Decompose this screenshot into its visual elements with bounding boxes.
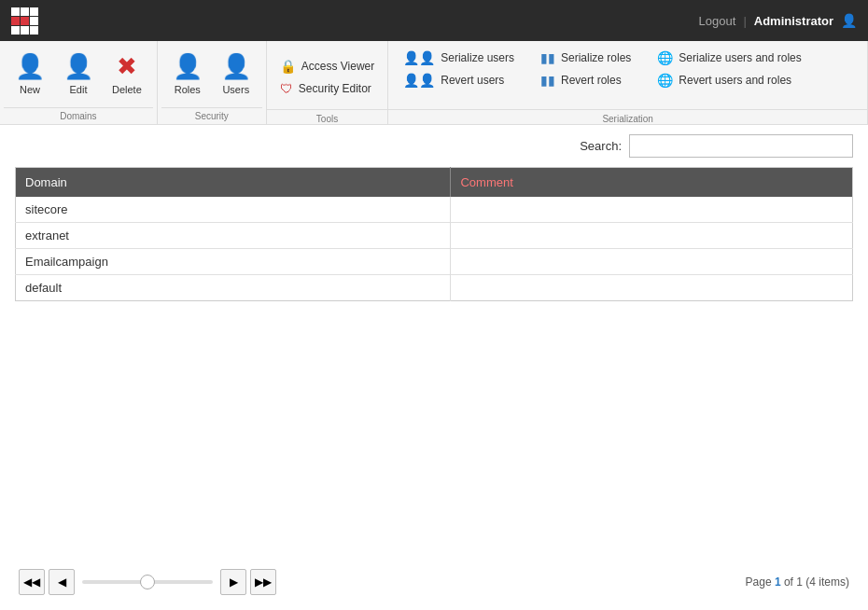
logo-cell	[30, 17, 38, 25]
pager-prev-button[interactable]: ◀	[49, 569, 75, 595]
serialization-group-label: Serialization	[388, 109, 867, 124]
col-comment-header: Comment	[451, 168, 853, 198]
search-input[interactable]	[629, 134, 853, 158]
toolbar-group-security: 👤 Roles 👤 Users Security	[158, 41, 267, 124]
revert-roles-label: Revert roles	[561, 74, 622, 87]
access-viewer-label: Access Viewer	[301, 60, 374, 73]
comment-cell	[451, 249, 853, 275]
table-row[interactable]: default	[16, 275, 853, 301]
toolbar-group-domains-items: 👤 New 👤 Edit ✖ Delete	[4, 41, 153, 107]
domain-cell: extranet	[16, 223, 451, 249]
new-label: New	[20, 84, 40, 95]
delete-icon: ✖	[117, 52, 137, 81]
edit-label: Edit	[70, 84, 88, 95]
toolbar: 👤 New 👤 Edit ✖ Delete Domains 👤 Roles 👤 …	[0, 41, 868, 125]
content-area: Search: Domain Comment sitecoreextranetE…	[0, 125, 868, 610]
pager-info: Page 1 of 1 (4 items)	[746, 575, 849, 589]
top-bar-right: Logout | Administrator 👤	[699, 13, 857, 28]
logout-link[interactable]: Logout	[699, 14, 736, 28]
toolbar-group-tools: 🔒 Access Viewer 🛡 Security Editor Tools	[267, 41, 388, 124]
pager-first-button[interactable]: ◀◀	[19, 569, 45, 595]
logo-cell	[11, 17, 20, 25]
table-row[interactable]: Emailcampaign	[16, 249, 853, 275]
separator: |	[743, 14, 746, 28]
revert-users-roles-button[interactable]: 🌐 Revert users and roles	[653, 71, 805, 90]
domain-cell: default	[16, 275, 451, 301]
pager-slider-thumb	[140, 575, 155, 589]
toolbar-group-serialization: 👤👤 Serialize users 👤👤 Revert users ▮▮ Se…	[388, 41, 868, 124]
edit-button[interactable]: 👤 Edit	[56, 49, 101, 99]
pager-total-pages: 1	[796, 575, 803, 589]
pager-next-button[interactable]: ▶	[220, 569, 246, 595]
security-editor-button[interactable]: 🛡 Security Editor	[276, 79, 378, 98]
pager-controls: ◀◀ ◀ ▶ ▶▶	[19, 569, 276, 595]
roles-button[interactable]: 👤 Roles	[165, 49, 210, 99]
domain-cell: Emailcampaign	[16, 249, 451, 275]
roles-label: Roles	[175, 84, 201, 95]
new-icon: 👤	[15, 52, 45, 81]
logo-cell	[30, 26, 38, 35]
logo-cell	[21, 7, 29, 16]
tools-content: 🔒 Access Viewer 🛡 Security Editor	[267, 41, 387, 109]
new-button[interactable]: 👤 New	[7, 49, 52, 99]
toolbar-group-security-items: 👤 Roles 👤 Users	[161, 41, 262, 107]
table-row[interactable]: sitecore	[16, 197, 853, 223]
pager-last-button[interactable]: ▶▶	[250, 569, 276, 595]
table-row[interactable]: extranet	[16, 223, 853, 249]
col-domain-header: Domain	[16, 168, 451, 198]
users-button[interactable]: 👤 Users	[214, 49, 259, 99]
comment-cell	[451, 197, 853, 223]
globe-icon-1: 🌐	[657, 50, 673, 65]
serialize-users-roles-button[interactable]: 🌐 Serialize users and roles	[653, 49, 805, 67]
revert-roles-icon: ▮▮	[540, 73, 555, 88]
access-viewer-button[interactable]: 🔒 Access Viewer	[276, 57, 378, 76]
shield-icon: 🛡	[280, 81, 293, 96]
serial-content: 👤👤 Serialize users 👤👤 Revert users ▮▮ Se…	[388, 41, 867, 109]
security-group-label: Security	[161, 107, 262, 124]
logo-cell	[21, 17, 29, 25]
app-logo	[11, 7, 38, 35]
logo-cell	[11, 7, 20, 16]
pager-slider[interactable]	[82, 580, 213, 584]
tools-group-label: Tools	[267, 109, 387, 124]
serialize-roles-icon: ▮▮	[540, 50, 555, 65]
comment-cell	[451, 223, 853, 249]
domains-table: Domain Comment sitecoreextranetEmailcamp…	[15, 167, 853, 301]
serialize-users-icon: 👤👤	[403, 50, 435, 65]
serialize-roles-button[interactable]: ▮▮ Serialize roles	[537, 49, 635, 67]
edit-icon: 👤	[63, 52, 93, 81]
logo-cell	[30, 7, 38, 16]
pager-current-page: 1	[775, 575, 781, 589]
pagination: ◀◀ ◀ ▶ ▶▶ Page 1 of 1 (4 items)	[0, 569, 868, 595]
logo-cell	[21, 26, 29, 35]
top-bar: Logout | Administrator 👤	[0, 0, 868, 41]
serialize-users-button[interactable]: 👤👤 Serialize users	[399, 49, 518, 67]
lock-icon: 🔒	[280, 59, 296, 74]
serial-col-3: 🌐 Serialize users and roles 🌐 Revert use…	[653, 49, 805, 105]
roles-icon: 👤	[173, 52, 203, 81]
revert-users-icon: 👤👤	[403, 73, 435, 88]
admin-label: Administrator	[754, 14, 833, 28]
serial-col-1: 👤👤 Serialize users 👤👤 Revert users	[399, 49, 518, 105]
serialize-roles-label: Serialize roles	[561, 51, 631, 64]
search-area: Search:	[0, 125, 868, 167]
globe-icon-2: 🌐	[657, 73, 673, 88]
pager-items-count: 4	[809, 575, 816, 589]
users-icon: 👤	[221, 52, 251, 81]
serialize-users-roles-label: Serialize users and roles	[679, 51, 801, 64]
domain-cell: sitecore	[16, 197, 451, 223]
table-body: sitecoreextranetEmailcampaigndefault	[16, 197, 853, 301]
revert-users-roles-label: Revert users and roles	[679, 74, 791, 87]
admin-icon: 👤	[841, 13, 857, 28]
revert-users-button[interactable]: 👤👤 Revert users	[399, 71, 518, 90]
serial-col-2: ▮▮ Serialize roles ▮▮ Revert roles	[537, 49, 635, 105]
domains-group-label: Domains	[4, 107, 153, 124]
revert-roles-button[interactable]: ▮▮ Revert roles	[537, 71, 635, 90]
comment-cell	[451, 275, 853, 301]
logo-cell	[11, 26, 20, 35]
security-editor-label: Security Editor	[299, 82, 371, 95]
delete-label: Delete	[112, 84, 142, 95]
users-label: Users	[222, 84, 249, 95]
delete-button[interactable]: ✖ Delete	[105, 49, 149, 99]
search-label: Search:	[580, 139, 622, 153]
